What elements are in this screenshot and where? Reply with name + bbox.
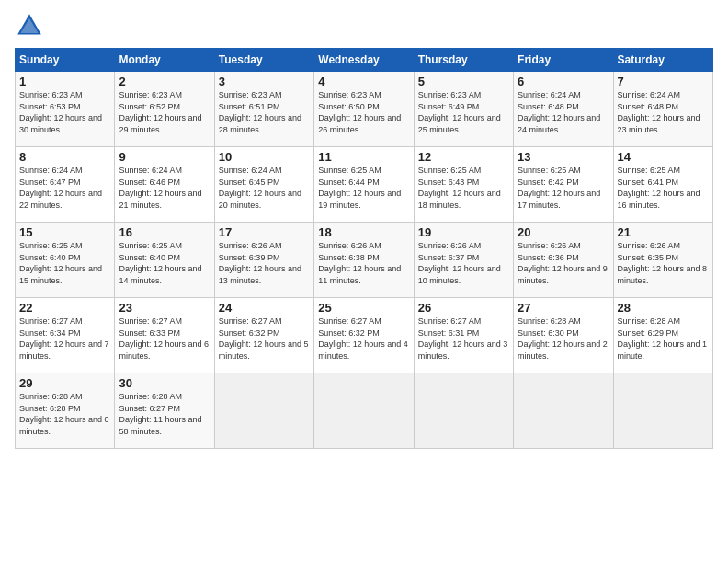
calendar-cell: 21 Sunrise: 6:26 AMSunset: 6:35 PMDaylig… [613,223,712,298]
calendar-cell: 5 Sunrise: 6:23 AMSunset: 6:49 PMDayligh… [414,72,513,147]
day-info: Sunrise: 6:27 AMSunset: 6:33 PMDaylight:… [119,316,210,362]
calendar-cell: 15 Sunrise: 6:25 AMSunset: 6:40 PMDaylig… [16,223,115,298]
day-info: Sunrise: 6:28 AMSunset: 6:30 PMDaylight:… [518,316,609,362]
day-number: 19 [418,225,509,239]
day-number: 27 [518,301,609,315]
day-info: Sunrise: 6:25 AMSunset: 6:42 PMDaylight:… [518,165,609,211]
calendar-cell: 26 Sunrise: 6:27 AMSunset: 6:31 PMDaylig… [414,298,513,373]
day-info: Sunrise: 6:27 AMSunset: 6:32 PMDaylight:… [219,316,310,362]
day-number: 20 [518,225,609,239]
day-number: 24 [219,301,310,315]
day-number: 29 [19,376,110,390]
col-header-saturday: Saturday [613,49,712,72]
col-header-tuesday: Tuesday [214,49,313,72]
col-header-friday: Friday [514,49,613,72]
day-number: 11 [318,150,409,164]
day-info: Sunrise: 6:24 AMSunset: 6:48 PMDaylight:… [518,89,609,135]
day-number: 18 [318,225,409,239]
calendar-cell: 20 Sunrise: 6:26 AMSunset: 6:36 PMDaylig… [514,223,613,298]
day-info: Sunrise: 6:26 AMSunset: 6:38 PMDaylight:… [318,240,409,286]
calendar-header-row: SundayMondayTuesdayWednesdayThursdayFrid… [16,49,713,72]
calendar-cell [214,373,313,449]
calendar-cell: 28 Sunrise: 6:28 AMSunset: 6:29 PMDaylig… [613,298,712,373]
day-info: Sunrise: 6:25 AMSunset: 6:40 PMDaylight:… [19,240,110,286]
calendar-cell: 12 Sunrise: 6:25 AMSunset: 6:43 PMDaylig… [414,147,513,223]
day-info: Sunrise: 6:23 AMSunset: 6:52 PMDaylight:… [119,89,210,135]
day-number: 26 [418,301,509,315]
calendar-cell: 25 Sunrise: 6:27 AMSunset: 6:32 PMDaylig… [314,298,414,373]
calendar-cell: 1 Sunrise: 6:23 AMSunset: 6:53 PMDayligh… [16,72,115,147]
day-info: Sunrise: 6:27 AMSunset: 6:34 PMDaylight:… [19,316,110,362]
calendar-cell: 29 Sunrise: 6:28 AMSunset: 6:28 PMDaylig… [16,373,115,449]
day-number: 7 [618,75,709,88]
calendar-week-4: 22 Sunrise: 6:27 AMSunset: 6:34 PMDaylig… [16,298,713,373]
day-number: 12 [418,150,509,164]
calendar-cell: 22 Sunrise: 6:27 AMSunset: 6:34 PMDaylig… [16,298,115,373]
day-number: 5 [418,75,509,88]
day-info: Sunrise: 6:26 AMSunset: 6:37 PMDaylight:… [418,240,509,286]
day-number: 25 [318,301,409,315]
day-info: Sunrise: 6:24 AMSunset: 6:46 PMDaylight:… [119,165,210,211]
calendar-cell: 8 Sunrise: 6:24 AMSunset: 6:47 PMDayligh… [16,147,115,223]
day-number: 21 [618,225,709,239]
day-info: Sunrise: 6:26 AMSunset: 6:35 PMDaylight:… [618,240,709,286]
day-number: 9 [119,150,210,164]
calendar-cell [613,373,712,449]
calendar-cell: 23 Sunrise: 6:27 AMSunset: 6:33 PMDaylig… [115,298,214,373]
calendar-table: SundayMondayTuesdayWednesdayThursdayFrid… [15,48,713,449]
day-number: 4 [318,75,409,88]
calendar-week-5: 29 Sunrise: 6:28 AMSunset: 6:28 PMDaylig… [16,373,713,449]
day-number: 15 [19,225,110,239]
calendar-cell: 9 Sunrise: 6:24 AMSunset: 6:46 PMDayligh… [115,147,214,223]
logo-icon [15,11,44,40]
logo [15,11,48,40]
calendar-cell: 24 Sunrise: 6:27 AMSunset: 6:32 PMDaylig… [214,298,313,373]
day-info: Sunrise: 6:23 AMSunset: 6:53 PMDaylight:… [19,89,110,135]
day-number: 6 [518,75,609,88]
day-info: Sunrise: 6:26 AMSunset: 6:39 PMDaylight:… [219,240,310,286]
day-info: Sunrise: 6:23 AMSunset: 6:51 PMDaylight:… [219,89,310,135]
calendar-cell: 6 Sunrise: 6:24 AMSunset: 6:48 PMDayligh… [514,72,613,147]
calendar-cell: 16 Sunrise: 6:25 AMSunset: 6:40 PMDaylig… [115,223,214,298]
calendar-cell [514,373,613,449]
calendar-cell: 30 Sunrise: 6:28 AMSunset: 6:27 PMDaylig… [115,373,214,449]
day-number: 28 [618,301,709,315]
day-number: 16 [119,225,210,239]
calendar-cell: 18 Sunrise: 6:26 AMSunset: 6:38 PMDaylig… [314,223,414,298]
day-info: Sunrise: 6:28 AMSunset: 6:27 PMDaylight:… [119,391,210,437]
calendar-cell [314,373,414,449]
day-info: Sunrise: 6:27 AMSunset: 6:31 PMDaylight:… [418,316,509,362]
col-header-wednesday: Wednesday [314,49,414,72]
day-info: Sunrise: 6:25 AMSunset: 6:40 PMDaylight:… [119,240,210,286]
day-info: Sunrise: 6:24 AMSunset: 6:45 PMDaylight:… [219,165,310,211]
day-number: 23 [119,301,210,315]
calendar-cell: 4 Sunrise: 6:23 AMSunset: 6:50 PMDayligh… [314,72,414,147]
col-header-sunday: Sunday [16,49,115,72]
day-number: 14 [618,150,709,164]
day-info: Sunrise: 6:24 AMSunset: 6:48 PMDaylight:… [618,89,709,135]
day-number: 17 [219,225,310,239]
calendar-cell: 2 Sunrise: 6:23 AMSunset: 6:52 PMDayligh… [115,72,214,147]
calendar-cell: 14 Sunrise: 6:25 AMSunset: 6:41 PMDaylig… [613,147,712,223]
day-number: 13 [518,150,609,164]
day-number: 10 [219,150,310,164]
day-info: Sunrise: 6:25 AMSunset: 6:44 PMDaylight:… [318,165,409,211]
day-info: Sunrise: 6:25 AMSunset: 6:43 PMDaylight:… [418,165,509,211]
page-header [15,11,713,40]
calendar-cell: 27 Sunrise: 6:28 AMSunset: 6:30 PMDaylig… [514,298,613,373]
day-number: 1 [19,75,110,88]
calendar-cell: 11 Sunrise: 6:25 AMSunset: 6:44 PMDaylig… [314,147,414,223]
day-info: Sunrise: 6:28 AMSunset: 6:29 PMDaylight:… [618,316,709,362]
day-number: 8 [19,150,110,164]
day-info: Sunrise: 6:25 AMSunset: 6:41 PMDaylight:… [618,165,709,211]
calendar-cell [414,373,513,449]
calendar-cell: 7 Sunrise: 6:24 AMSunset: 6:48 PMDayligh… [613,72,712,147]
calendar-cell: 13 Sunrise: 6:25 AMSunset: 6:42 PMDaylig… [514,147,613,223]
calendar-cell: 17 Sunrise: 6:26 AMSunset: 6:39 PMDaylig… [214,223,313,298]
day-number: 2 [119,75,210,88]
col-header-monday: Monday [115,49,214,72]
day-number: 3 [219,75,310,88]
day-info: Sunrise: 6:26 AMSunset: 6:36 PMDaylight:… [518,240,609,286]
calendar-week-1: 1 Sunrise: 6:23 AMSunset: 6:53 PMDayligh… [16,72,713,147]
calendar-week-3: 15 Sunrise: 6:25 AMSunset: 6:40 PMDaylig… [16,223,713,298]
